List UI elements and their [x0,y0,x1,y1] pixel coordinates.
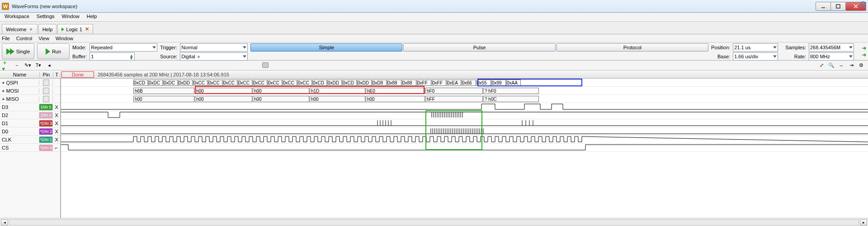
waveform-row [61,119,868,127]
trigger-pulse-button[interactable]: Pulse [403,43,555,52]
trigger-cell[interactable]: ⌐ [53,145,60,151]
plus-icon: ＋ [28,26,33,33]
minimize-button[interactable] [816,2,831,11]
bus-value: h1D [310,88,365,94]
signal-row[interactable]: + MOSI [0,87,60,95]
remove-signal-button[interactable]: － [13,62,21,69]
close-icon[interactable]: ✕ [85,26,89,32]
menu-settings[interactable]: Settings [33,13,58,21]
source-label: Source: [160,54,178,59]
signal-row[interactable]: D2 DIN 4 X [0,111,60,119]
scroll-left-button[interactable]: ◂ [1,219,8,226]
text-tool-button[interactable]: T▾ [34,62,42,69]
main-menubar: Workspace Settings Window Help [0,13,868,22]
position-field[interactable]: 21.1 us [733,43,778,52]
zoom-in-icon[interactable]: 🔍 [827,62,835,69]
bus-value: hF0 [425,88,483,94]
signal-row[interactable]: CLK *DIN 1 X [0,136,60,144]
acquisition-info: 268435456 samples at 200 MHz | 2017-08-1… [95,72,229,77]
add-signal-button[interactable]: ＋▾ [2,62,10,69]
waveform-row [61,103,868,111]
tab-logic[interactable]: Logic 1✕ [57,24,93,34]
marker-icon[interactable]: ⇥ [847,62,855,69]
waveform-row [61,111,868,119]
gear-icon[interactable] [860,1,866,7]
bus-value: h6B [133,88,194,94]
trigger-cell[interactable]: X [53,113,60,118]
tab-help[interactable]: Help [38,24,57,34]
bus-value: 0x55 [476,80,491,86]
cursor-icon[interactable]: ↔ [837,62,845,69]
menu2-window[interactable]: Window [56,36,73,41]
menu-workspace[interactable]: Workspace [1,13,33,21]
signal-row[interactable]: D3 DIN 5 X [0,103,60,111]
col-t[interactable]: T [53,72,61,77]
chevron-down-icon [243,56,246,58]
buffer-label: Buffer: [72,54,88,59]
bus-value: 0xCC [297,80,312,86]
menu-help[interactable]: Help [83,13,101,21]
mode-combo[interactable]: Repeated [90,43,157,52]
trigger-protocol-button[interactable]: Protocol [557,43,708,52]
trigger-cell[interactable]: X [53,104,60,110]
chevron-down-icon [243,47,246,49]
trigger-label: Trigger: [160,45,178,50]
zoom-fit-icon[interactable]: ⤢ [817,62,826,69]
window-title: WaveForms (new workspace) [12,4,77,9]
pin-badge: DIN 4 [39,112,52,118]
move-left-button[interactable]: ◂ [45,62,53,69]
bus-value: h00 [133,96,194,102]
pin-badge: *DIN 3 [39,120,52,127]
horizontal-scrollbar[interactable]: ◂ ▸ [0,218,868,226]
settings-icon[interactable]: ⚙ [857,62,865,69]
signal-row[interactable]: D0 *DIN 2 X [0,127,60,136]
waveform-viewport[interactable]: 0xCD0xDC0xDC0xDD0xCC0xCC0xCC0xCC0xCC0xCC… [61,79,868,218]
col-pin[interactable]: Pin [40,72,53,77]
samples-label: Samples: [785,45,806,50]
signal-name: + QSPI [0,80,39,85]
bus-value: 0xCC [193,80,208,86]
dock-right-icon[interactable]: ➔ [862,45,866,51]
maximize-button[interactable] [830,2,846,11]
trigger-simple-button[interactable]: Simple [250,43,402,52]
bus-value: 0xCC [253,80,267,86]
overview-thumb[interactable] [262,62,269,68]
menu2-view[interactable]: View [38,36,49,41]
source-combo[interactable]: Digital＋ [180,52,248,61]
trigger-cell[interactable]: X [53,137,60,142]
trigger-cell[interactable]: X [53,121,60,126]
signal-name: CLK [0,137,39,142]
trigger-combo[interactable]: Normal [180,43,248,52]
menu-window[interactable]: Window [58,13,83,21]
menu2-file[interactable]: File [2,36,10,41]
rate-field[interactable]: 800 MHz [809,52,854,61]
app-icon: W [2,3,9,10]
signal-row[interactable]: + MISO [0,95,60,103]
run-button[interactable]: Run [37,43,70,59]
waveform-row [61,136,868,144]
bus-value: ? hF0 [483,88,539,94]
signal-name: + MISO [0,96,39,102]
scroll-track[interactable] [9,219,859,226]
waveform-row: h6Bh00h00h1DhE0hF0? hF0 [61,87,868,95]
scroll-right-button[interactable]: ▸ [860,219,867,226]
edit-signal-button[interactable]: ✎▾ [24,62,32,69]
signal-row[interactable]: D1 *DIN 3 X [0,119,60,127]
pin-badge: DIN 5 [39,104,52,110]
buffer-spin[interactable]: 1▲▼ [90,52,135,61]
single-button[interactable]: Single [2,43,34,59]
pin-swatch [43,88,49,94]
tab-welcome[interactable]: Welcome＋ [2,24,38,34]
dock-right-icon-2[interactable]: ➔ [862,52,866,58]
col-name[interactable]: Name [0,72,40,77]
base-field[interactable]: 1.66 us/div [733,52,778,61]
bus-value: 0xDC [148,80,163,86]
samples-field[interactable]: 268.435456M [809,43,854,52]
menu2-control[interactable]: Control [16,36,32,41]
signal-row[interactable]: CS *DIN 0 ⌐ [0,144,60,152]
bus-value: 0x99 [491,80,506,86]
signal-row[interactable]: + QSPI [0,79,60,87]
bus-value: 0xCD [312,80,327,86]
trigger-cell[interactable]: X [53,129,60,134]
waveform-row: h00h00h00h00h00hFF? h0C [61,95,868,103]
